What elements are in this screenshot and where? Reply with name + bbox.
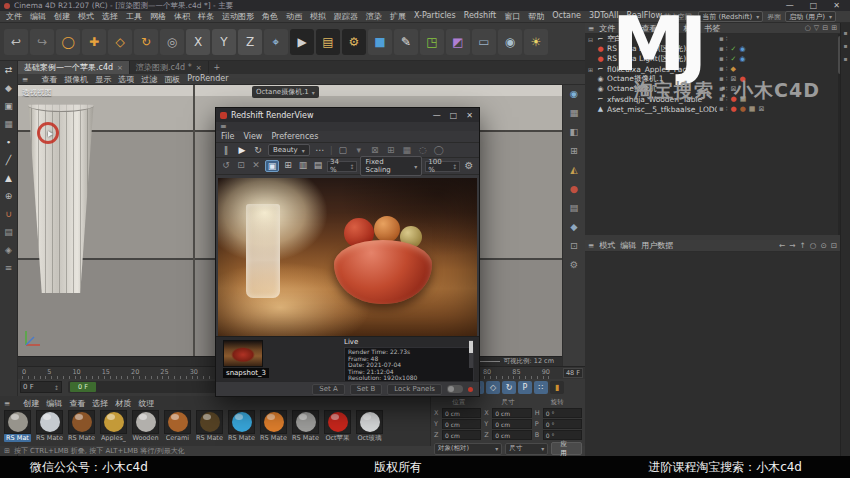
material-swatch[interactable]: Apples_ <box>98 410 129 442</box>
palette-icon[interactable]: ⊕ <box>5 192 13 201</box>
renderview-menu-item[interactable]: View <box>243 132 262 141</box>
object-manager-menu-item[interactable]: 对象 <box>662 23 678 34</box>
hamburger-icon[interactable]: ≡ <box>22 75 28 84</box>
menu-item[interactable]: 样条 <box>198 11 214 22</box>
palette-icon[interactable]: ▲ <box>5 174 12 183</box>
object-manager-header-icon[interactable]: ⊟ <box>822 24 828 32</box>
layer-square-icon[interactable]: ▪ <box>719 55 724 63</box>
dock-icon[interactable]: ▤ <box>570 203 579 213</box>
playhead-marker[interactable]: 0 F <box>70 382 96 392</box>
toolbar-icon[interactable]: ◎ <box>160 29 184 55</box>
key-icon[interactable]: ∷ <box>534 381 548 394</box>
attribute-manager-menu-item[interactable]: 模式 <box>599 240 615 251</box>
attribute-manager-menu-item[interactable]: 编辑 <box>620 240 636 251</box>
minimize-button[interactable]: — <box>433 111 441 120</box>
attribute-manager-header-icon[interactable]: ⊙ <box>820 241 826 250</box>
visibility-dots-icon[interactable]: ∶ <box>726 95 728 103</box>
toolbar-icon[interactable]: ▭ <box>472 29 496 55</box>
hamburger-icon[interactable]: ≡ <box>220 122 227 131</box>
menu-item[interactable]: X-Particles <box>414 11 456 22</box>
size-field[interactable]: 0 cm <box>492 430 531 440</box>
palette-icon[interactable]: ∪ <box>5 210 12 219</box>
dock-tab-icon[interactable]: ▪ <box>843 55 847 62</box>
renderview-menu-item[interactable]: Preferences <box>271 132 318 141</box>
menu-item[interactable]: 跟踪器 <box>334 11 358 22</box>
object-row[interactable]: ● RS Area Light(区域光) ▪ ∶ ✓ ◉ <box>585 54 838 64</box>
material-swatch[interactable]: RS Mate <box>66 410 97 442</box>
position-field[interactable]: 0 cm <box>442 430 481 440</box>
menu-item[interactable]: 3DToAll <box>589 11 619 22</box>
viewport-menu-item[interactable]: 摄像机 <box>64 74 88 85</box>
compare-toggle[interactable] <box>447 385 463 393</box>
menu-item[interactable]: 工具 <box>126 11 142 22</box>
rendered-image[interactable] <box>218 178 477 336</box>
object-manager-header-icon[interactable]: ○ <box>805 24 811 32</box>
maximize-button[interactable]: □ <box>450 111 458 120</box>
object-manager-menu-item[interactable]: 查看 <box>641 23 657 34</box>
object-tag-icon[interactable]: ● <box>739 75 745 83</box>
layout-dropdown[interactable]: 启动 (用户) ▾ <box>785 11 836 22</box>
key-icon[interactable]: ↻ <box>502 381 516 394</box>
object-tag-icon[interactable]: ✓ <box>731 55 737 63</box>
object-tag-icon[interactable]: ⊠ <box>731 75 737 83</box>
dock-icon[interactable]: ⊞ <box>570 146 578 156</box>
scaling-mode-dropdown[interactable]: Fixed Scaling ▾ <box>360 156 422 176</box>
toolbar-icon[interactable]: ◇ <box>108 29 132 55</box>
palette-icon[interactable]: ◈ <box>5 246 12 255</box>
renderview-tool-icon[interactable]: ▣ <box>265 160 279 172</box>
material-menu-item[interactable]: 查看 <box>69 398 85 409</box>
menu-item[interactable]: Redshift <box>464 11 496 22</box>
object-tag-icon[interactable]: ● <box>731 95 737 103</box>
viewport-menu-item[interactable]: 显示 <box>95 74 111 85</box>
attribute-manager-header-icon[interactable]: ← <box>779 241 785 250</box>
size-field[interactable]: 0 cm <box>492 419 531 429</box>
lock-panels-button[interactable]: Lock Panels <box>387 384 442 395</box>
menu-item[interactable]: 模拟 <box>310 11 326 22</box>
close-button[interactable]: ✕ <box>833 1 840 10</box>
renderview-menu-item[interactable]: File <box>221 132 234 141</box>
object-row[interactable]: ◉ Octane摄像机 ▪ ∶ ⊠ <box>585 84 838 94</box>
palette-icon[interactable]: ╱ <box>6 156 11 165</box>
toolbar-icon[interactable]: ↩ <box>4 29 28 55</box>
palette-icon[interactable]: ▦ <box>4 120 13 129</box>
menu-item[interactable]: 选择 <box>102 11 118 22</box>
dock-tab-icon[interactable]: ▪ <box>843 29 847 36</box>
close-tab-icon[interactable]: × <box>117 64 123 72</box>
layer-square-icon[interactable]: ▪ <box>719 75 724 83</box>
object-row[interactable]: ● RS Area Light(区域光).1 ▪ ∶ ✓ ◉ <box>585 44 838 54</box>
renderview-tool-icon[interactable]: ↻ <box>252 145 264 155</box>
menu-item[interactable]: 体积 <box>174 11 190 22</box>
object-manager-header-icon[interactable]: ▽ <box>814 24 819 32</box>
rotation-field[interactable]: 0 ° <box>543 430 582 440</box>
menu-item[interactable]: 窗口 <box>504 11 520 22</box>
expand-icon[interactable]: ⊞ <box>588 66 594 73</box>
menu-item[interactable]: 帮助 <box>528 11 544 22</box>
renderview-tool-icon[interactable]: ↺ <box>220 160 232 172</box>
material-swatch[interactable]: Wooden <box>130 410 161 442</box>
layer-square-icon[interactable]: ▪ <box>719 65 724 73</box>
renderview-tool-icon[interactable]: ⊞ <box>385 145 397 155</box>
toolbar-icon[interactable]: ⚙ <box>342 29 366 55</box>
menu-item[interactable]: 动画 <box>286 11 302 22</box>
attribute-manager-header-icon[interactable]: ⊡ <box>831 241 837 250</box>
snapshot-thumbnail[interactable] <box>223 340 263 367</box>
object-row[interactable]: ◉ Octane摄像机.1 ▪ ∶ ⊠ ● <box>585 74 838 84</box>
object-name[interactable]: RS Area Light(区域光) <box>607 54 717 64</box>
renderview-tool-icon[interactable]: ▤ <box>312 160 324 172</box>
object-row[interactable]: ⊞ ⌐ fl0kealxa_Apples_Pack ▪ ∶ ◆ <box>585 64 838 74</box>
menu-item[interactable]: 运动图形 <box>222 11 254 22</box>
renderview-tool-icon[interactable]: ▶ <box>236 145 248 155</box>
visibility-dots-icon[interactable]: ∶ <box>726 55 728 63</box>
object-tag-icon[interactable]: ⊠ <box>731 85 737 93</box>
menu-item[interactable]: 角色 <box>262 11 278 22</box>
menu-item[interactable]: Octane <box>552 11 581 22</box>
toolbar-icon[interactable]: ▶ <box>290 29 314 55</box>
renderview-tool-icon[interactable]: ▦ <box>401 145 413 155</box>
object-tag-icon[interactable]: ⊠ <box>758 105 764 113</box>
object-name[interactable]: Aset_misc__5_tfkbaalse_LOD0 <box>607 105 717 114</box>
object-row[interactable]: ⌐ xfwsdhqja_Wooden_Table ▪ ∶ ● ▦ <box>585 94 838 104</box>
maximize-button[interactable]: □ <box>810 1 818 10</box>
menu-item[interactable]: 渲染 <box>366 11 382 22</box>
dock-icon[interactable]: ◆ <box>570 222 577 232</box>
menu-item[interactable]: 编辑 <box>30 11 46 22</box>
